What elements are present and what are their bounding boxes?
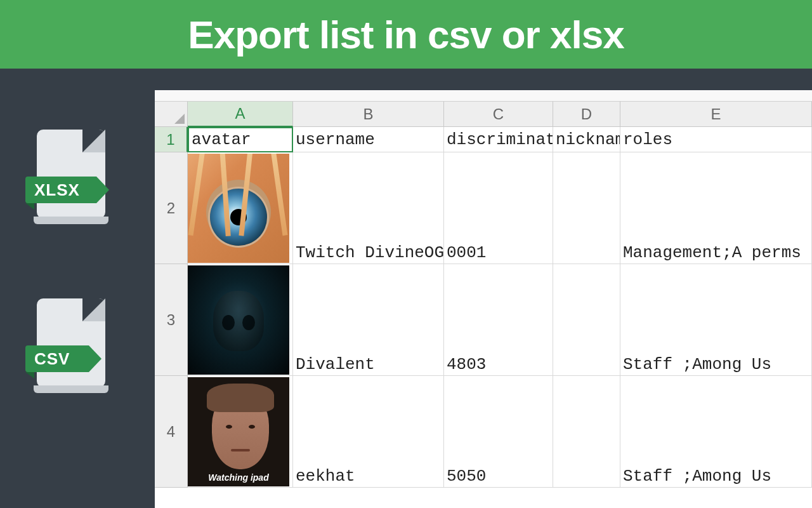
row-header-1[interactable]: 1: [155, 127, 188, 152]
cell-B1[interactable]: username: [293, 127, 444, 152]
column-header-D[interactable]: D: [553, 102, 620, 127]
select-all-corner[interactable]: [155, 102, 188, 127]
column-header-C[interactable]: C: [444, 102, 553, 127]
cell-C4[interactable]: 5050: [444, 376, 553, 488]
cell-D3[interactable]: [553, 264, 620, 376]
avatar-image: [188, 154, 289, 263]
avatar-image: [188, 265, 289, 375]
csv-badge-label: CSV: [34, 349, 70, 369]
cell-C3[interactable]: 4803: [444, 264, 553, 376]
xlsx-badge-label: XLSX: [34, 180, 80, 200]
toolbar-remnant: [155, 90, 812, 102]
header-banner: Export list in csv or xlsx: [0, 0, 812, 69]
cell-B2[interactable]: Twitch DivineOG: [293, 152, 444, 264]
cell-E4[interactable]: Staff ;Among Us: [620, 376, 812, 488]
row-header-4[interactable]: 4: [155, 376, 188, 488]
cell-D2[interactable]: [553, 152, 620, 264]
column-header-E[interactable]: E: [620, 102, 812, 127]
column-header-B[interactable]: B: [293, 102, 444, 127]
column-header-A[interactable]: A: [188, 102, 293, 127]
cell-B4[interactable]: eekhat: [293, 376, 444, 488]
cell-B3[interactable]: Divalent: [293, 264, 444, 376]
cell-E2[interactable]: Management;A perms: [620, 152, 812, 264]
header-title: Export list in csv or xlsx: [188, 12, 624, 57]
row-header-3[interactable]: 3: [155, 264, 188, 376]
cell-E1[interactable]: roles: [620, 127, 812, 152]
avatar-image: Watching ipad: [188, 377, 289, 486]
cell-A4-avatar[interactable]: Watching ipad: [188, 376, 293, 488]
spreadsheet[interactable]: A B C D E 1 avatar username discriminato…: [155, 90, 812, 508]
xlsx-file-icon[interactable]: XLSX: [25, 124, 117, 236]
cell-A1[interactable]: avatar: [188, 127, 293, 152]
cell-D4[interactable]: [553, 376, 620, 488]
row-header-2[interactable]: 2: [155, 152, 188, 264]
cell-D1[interactable]: nicknam: [553, 127, 620, 152]
cell-C1[interactable]: discriminator: [444, 127, 553, 152]
cell-E3[interactable]: Staff ;Among Us: [620, 264, 812, 376]
avatar-caption: Watching ipad: [188, 472, 289, 483]
cell-C2[interactable]: 0001: [444, 152, 553, 264]
cell-A3-avatar[interactable]: [188, 264, 293, 376]
cell-A2-avatar[interactable]: [188, 152, 293, 264]
csv-file-icon[interactable]: CSV: [25, 293, 117, 404]
